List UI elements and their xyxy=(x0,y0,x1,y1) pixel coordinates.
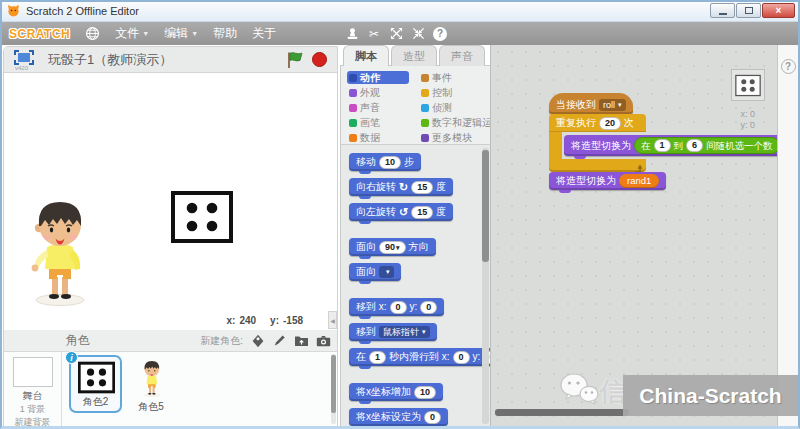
tab-0[interactable]: 脚本 xyxy=(343,45,389,66)
new-backdrop-label: 新建背景 xyxy=(4,416,61,427)
dropdown[interactable]: ▾ xyxy=(379,266,394,278)
block-help-icon[interactable]: ? xyxy=(433,27,447,41)
wechat-icon xyxy=(559,372,599,408)
number-input[interactable]: 0 xyxy=(453,351,470,364)
sprite-item-boy[interactable]: 角色5 xyxy=(130,358,172,414)
repeat-count-input[interactable]: 20 xyxy=(599,117,621,130)
block-label: 移到 xyxy=(356,325,376,339)
number-input[interactable]: 1 xyxy=(369,351,386,364)
palette-scrollbar[interactable] xyxy=(482,148,489,424)
rotate-icon: ↻ xyxy=(399,180,408,194)
number-dropdown-input[interactable]: 90▾ xyxy=(379,241,406,254)
category-color-chip xyxy=(349,74,357,82)
close-button[interactable]: × xyxy=(762,3,795,18)
mouse-x-label: x: xyxy=(226,315,235,326)
scripts-area[interactable]: x: 0 y: 0 当接收到 roll▾ 重复执行 20 次 将造型切换为 在1… xyxy=(490,45,777,427)
camera-sprite-icon[interactable] xyxy=(316,333,331,348)
fullscreen-button[interactable]: v420 xyxy=(14,50,36,69)
script-stack: 当接收到 roll▾ 重复执行 20 次 将造型切换为 在1到6间随机选一个数 xyxy=(549,93,666,190)
maximize-button[interactable] xyxy=(736,3,761,18)
help-icon[interactable]: ? xyxy=(781,59,796,74)
palette-block-3[interactable]: 面向90▾方向 xyxy=(349,238,436,256)
category-3[interactable]: 画笔 xyxy=(347,116,385,129)
repeat-block[interactable]: 重复执行 20 次 将造型切换为 在1到6间随机选一个数 xyxy=(549,114,646,172)
pick-random-reporter[interactable]: 在1到6间随机选一个数 xyxy=(634,137,777,154)
category-2[interactable]: 声音 xyxy=(347,101,385,114)
palette-block-6[interactable]: 移到鼠标指针▾ xyxy=(349,323,437,341)
palette-block-1[interactable]: 向右旋转↻15度 xyxy=(349,178,453,196)
panel-collapse-handle[interactable]: ◀ xyxy=(328,311,337,329)
upload-sprite-icon[interactable] xyxy=(294,333,309,348)
stage-header: v420 玩骰子1（教师演示） xyxy=(4,47,337,73)
broadcast-dropdown[interactable]: roll▾ xyxy=(599,99,626,111)
stage-view[interactable] xyxy=(4,73,337,310)
when-receive-block[interactable]: 当接收到 roll▾ xyxy=(549,93,633,114)
palette-block-2[interactable]: 向左旋转↺15度 xyxy=(349,203,453,221)
palette-block-8[interactable]: 将x坐标增加10 xyxy=(349,383,443,401)
sprite-info-icon[interactable]: i xyxy=(65,351,78,364)
delete-scissors-icon[interactable]: ✂ xyxy=(367,27,381,41)
shrink-icon[interactable] xyxy=(411,27,425,41)
menu-item-0[interactable]: 文件▼ xyxy=(115,25,149,42)
tab-2[interactable]: 声音 xyxy=(439,45,485,66)
category-color-chip xyxy=(349,134,357,142)
window-title: Scratch 2 Offline Editor xyxy=(26,5,139,17)
language-globe-icon[interactable] xyxy=(85,26,100,41)
block-label: 重复执行 xyxy=(556,116,596,130)
block-label: 将造型切换为 xyxy=(556,174,616,188)
stop-button[interactable] xyxy=(312,52,327,67)
category-color-chip xyxy=(421,104,429,112)
block-label: 向左旋转 xyxy=(356,205,396,219)
category-6[interactable]: 控制 xyxy=(419,86,457,99)
category-0[interactable]: 动作 xyxy=(347,71,409,84)
menu-item-3[interactable]: 关于 xyxy=(252,25,276,42)
scripts-hscrollbar[interactable] xyxy=(495,409,629,416)
number-input[interactable]: 10 xyxy=(414,386,436,399)
palette-block-4[interactable]: 面向▾ xyxy=(349,263,401,281)
menu-item-2[interactable]: 帮助 xyxy=(213,25,237,42)
sprite-list-scrollbar[interactable] xyxy=(331,354,336,424)
category-9[interactable]: 更多模块 xyxy=(419,131,477,144)
dice-sprite[interactable] xyxy=(171,191,233,243)
number-input[interactable]: 6 xyxy=(686,139,703,152)
stage-thumbnail-cell[interactable]: 舞台 1 背景 新建背景 xyxy=(4,352,62,426)
green-flag-button[interactable] xyxy=(286,51,304,69)
grow-icon[interactable] xyxy=(389,27,403,41)
category-5[interactable]: 事件 xyxy=(419,71,457,84)
palette-block-5[interactable]: 移到 x:0y:0 xyxy=(349,298,444,316)
category-1[interactable]: 外观 xyxy=(347,86,385,99)
variable-rand1[interactable]: rand1 xyxy=(619,174,659,188)
menu-item-1[interactable]: 编辑▼ xyxy=(164,25,198,42)
palette-block-0[interactable]: 移动10步 xyxy=(349,153,421,171)
collapse-arrow-icon: ◀ xyxy=(330,317,335,324)
palette-block-7[interactable]: 在1秒内滑行到 x:0y:0 xyxy=(349,348,490,366)
number-input[interactable]: 1 xyxy=(654,139,671,152)
duplicate-stamp-icon[interactable] xyxy=(345,27,359,41)
minimize-button[interactable] xyxy=(710,3,735,18)
maximize-icon xyxy=(745,7,753,14)
number-input[interactable]: 15 xyxy=(411,181,433,194)
block-label: 面向 xyxy=(356,240,376,254)
category-4[interactable]: 数据 xyxy=(347,131,385,144)
number-input[interactable]: 0 xyxy=(420,301,437,314)
number-input[interactable]: 10 xyxy=(379,156,401,169)
boy-sprite[interactable] xyxy=(23,195,95,307)
paint-sprite-icon[interactable] xyxy=(272,333,287,348)
category-7[interactable]: 侦测 xyxy=(419,101,457,114)
stage-label: 舞台 xyxy=(4,389,61,403)
sprite-x-label: x: xyxy=(740,109,747,119)
tab-1[interactable]: 造型 xyxy=(391,45,437,66)
block-label: 间随机选一个数 xyxy=(706,140,773,152)
block-label: 将造型切换为 xyxy=(571,139,631,153)
sprite-library-icon[interactable] xyxy=(250,333,265,348)
switch-costume-random-block[interactable]: 将造型切换为 在1到6间随机选一个数 xyxy=(564,135,777,156)
switch-costume-rand1-block[interactable]: 将造型切换为 rand1 xyxy=(549,172,666,190)
number-input[interactable]: 0 xyxy=(390,301,407,314)
block-label: 在 xyxy=(356,350,366,364)
stage-thumbnail[interactable] xyxy=(13,357,53,387)
number-input[interactable]: 15 xyxy=(411,206,433,219)
dropdown[interactable]: 鼠标指针▾ xyxy=(379,326,430,338)
number-input[interactable]: 0 xyxy=(424,411,441,424)
palette-block-9[interactable]: 将x坐标设定为0 xyxy=(349,408,448,426)
sprite-item-dice[interactable]: i 角色2 xyxy=(69,355,122,413)
